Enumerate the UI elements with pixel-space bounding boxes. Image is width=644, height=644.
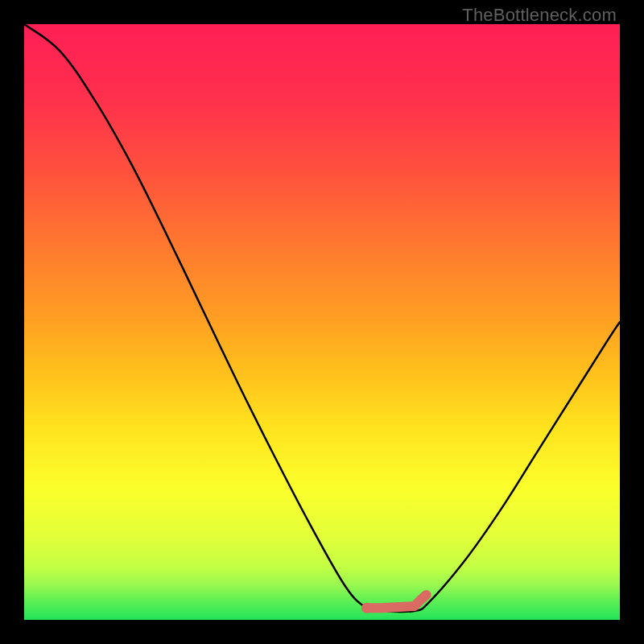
watermark-text: TheBottleneck.com bbox=[462, 5, 617, 26]
marker-segment bbox=[367, 595, 427, 608]
plot-area bbox=[24, 24, 620, 620]
curve-layer bbox=[24, 24, 620, 620]
bottleneck-curve bbox=[24, 24, 620, 612]
chart-frame: TheBottleneck.com bbox=[0, 0, 644, 644]
marker-start-dot bbox=[361, 603, 372, 613]
